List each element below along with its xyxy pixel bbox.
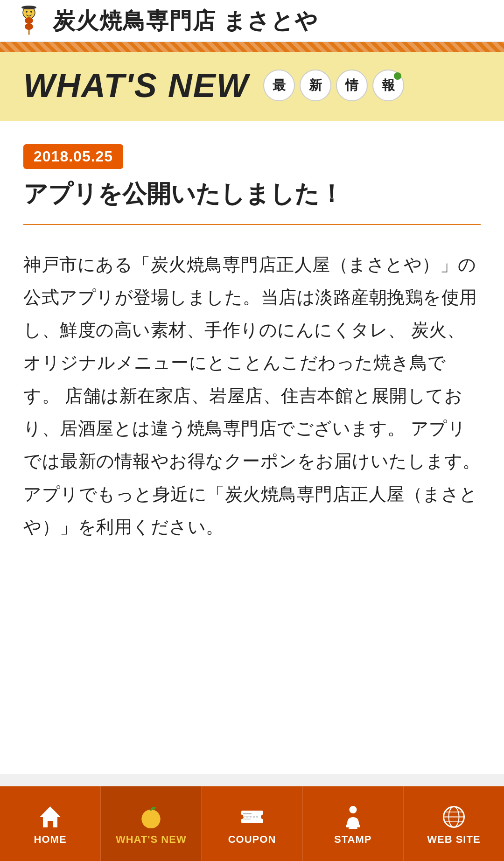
nav-whats-new[interactable]: WHAT'S NEW xyxy=(101,786,202,861)
badge-4: 報 xyxy=(372,70,404,101)
article-title: アプリを公開いたしました！ xyxy=(23,178,481,210)
decorative-bar xyxy=(0,42,504,52)
nav-home[interactable]: HOME xyxy=(0,786,101,861)
app-title: 炭火焼鳥専門店 まさとや xyxy=(53,6,318,36)
nav-coupon-label: COUPON xyxy=(228,833,276,846)
whats-new-title: WHAT'S NEW xyxy=(23,66,249,105)
svg-rect-17 xyxy=(243,816,250,817)
bottom-nav: HOME WHAT'S NEW COUPON xyxy=(0,786,504,861)
svg-point-4 xyxy=(25,17,33,24)
home-icon xyxy=(37,804,63,830)
svg-point-10 xyxy=(142,810,161,828)
badge-1: 最 xyxy=(263,70,295,101)
whats-new-badges: 最 新 情 報 xyxy=(263,70,404,101)
nav-stamp-label: STAMP xyxy=(334,833,371,846)
main-content: 2018.05.25 アプリを公開いたしました！ 神戸市にある「炭火焼鳥専門店正… xyxy=(0,121,504,774)
website-icon xyxy=(441,804,467,830)
svg-rect-7 xyxy=(25,6,33,8)
nav-home-label: HOME xyxy=(34,833,67,846)
svg-rect-20 xyxy=(346,825,360,827)
badge-2: 新 xyxy=(300,70,331,101)
svg-rect-21 xyxy=(349,827,357,829)
whats-new-icon xyxy=(138,804,164,830)
page-wrapper: 炭火焼鳥専門店 まさとや WHAT'S NEW 最 新 情 報 2018.05.… xyxy=(0,0,504,854)
nav-website-label: WEB SITE xyxy=(427,833,480,846)
svg-point-19 xyxy=(349,806,357,813)
nav-coupon[interactable]: COUPON xyxy=(202,786,302,861)
svg-point-1 xyxy=(26,11,28,13)
coupon-icon xyxy=(239,804,265,830)
whats-new-banner: WHAT'S NEW 最 新 情 報 xyxy=(0,52,504,121)
content-divider xyxy=(23,224,481,225)
svg-point-2 xyxy=(30,11,32,13)
nav-website[interactable]: WEB SITE xyxy=(404,786,504,861)
article-body: 神戸市にある「炭火焼鳥専門店正人屋（まさとや）」の公式アプリが登場しました。当店… xyxy=(23,248,481,544)
stamp-icon xyxy=(340,804,366,830)
badge-3: 情 xyxy=(336,70,368,101)
article-date: 2018.05.25 xyxy=(23,144,123,169)
nav-stamp[interactable]: STAMP xyxy=(303,786,404,861)
nav-whats-new-label: WHAT'S NEW xyxy=(116,833,187,846)
logo-icon xyxy=(14,6,44,36)
svg-point-5 xyxy=(25,23,33,30)
svg-rect-18 xyxy=(243,819,251,820)
app-header: 炭火焼鳥専門店 まさとや xyxy=(0,0,504,42)
svg-marker-8 xyxy=(40,806,61,827)
svg-rect-16 xyxy=(243,813,252,814)
